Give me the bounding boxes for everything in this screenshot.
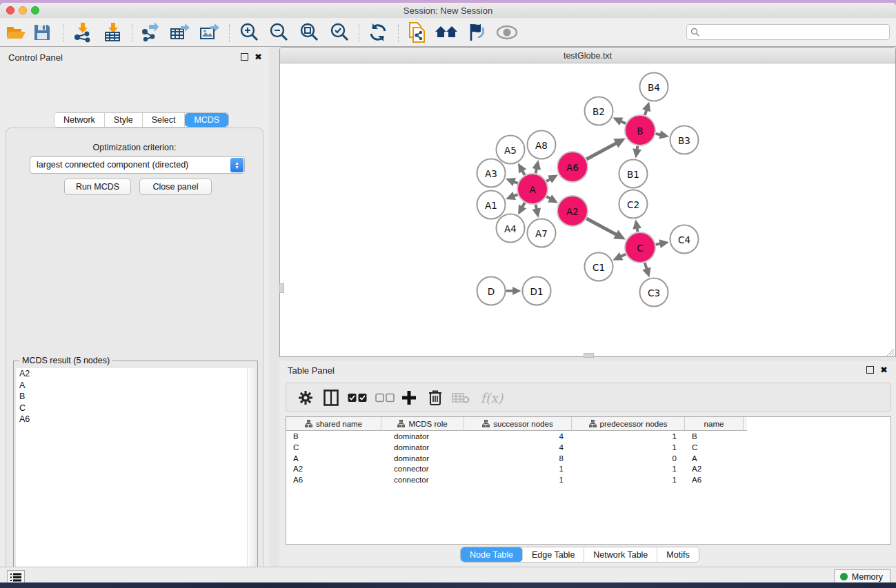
column-header-shared-name[interactable]: shared name bbox=[286, 417, 381, 430]
save-session-icon[interactable] bbox=[30, 22, 54, 43]
tab-motifs[interactable]: Motifs bbox=[657, 547, 698, 562]
optimization-criterion-label: Optimization criterion: bbox=[6, 143, 263, 152]
close-panel-button[interactable]: Close panel bbox=[139, 179, 212, 195]
result-scrollbar[interactable] bbox=[247, 368, 255, 582]
export-network-icon[interactable] bbox=[138, 22, 161, 43]
table-row[interactable]: Bdominator41B bbox=[286, 432, 890, 443]
task-history-button[interactable] bbox=[7, 570, 25, 582]
tab-node-table[interactable]: Node Table bbox=[461, 547, 523, 562]
delete-column-icon[interactable] bbox=[425, 387, 446, 408]
table-row[interactable]: Cdominator41C bbox=[286, 443, 890, 454]
criterion-select[interactable]: largest connected component (directed) ▲… bbox=[30, 156, 245, 174]
close-table-panel-icon[interactable]: ✖ bbox=[880, 366, 888, 374]
zoom-in-icon[interactable] bbox=[237, 22, 261, 43]
column-selector-icon[interactable] bbox=[321, 387, 341, 408]
run-mcds-button[interactable]: Run MCDS bbox=[64, 179, 131, 195]
main-window: Session: New Session bbox=[0, 3, 896, 582]
table-cell: 8 bbox=[464, 454, 572, 465]
network-graph[interactable]: AA1A2A3A4A5A6A7A8BB1B2B3B4CC1C2C3C4DD1 bbox=[281, 64, 895, 356]
first-neighbors-icon[interactable] bbox=[435, 22, 458, 43]
close-panel-icon[interactable]: ✖ bbox=[255, 53, 262, 61]
select-all-icon[interactable] bbox=[347, 387, 368, 408]
column-label: predecessor nodes bbox=[600, 420, 668, 428]
result-item[interactable]: A2 bbox=[16, 368, 247, 380]
mcds-panel: Optimization criterion: largest connecte… bbox=[6, 128, 263, 582]
result-item[interactable]: C bbox=[16, 403, 247, 414]
canvas-left-scroll-nub[interactable] bbox=[279, 283, 284, 293]
node-label-A7: A7 bbox=[535, 228, 548, 239]
arrowhead-icon bbox=[642, 101, 650, 112]
tab-network[interactable]: Network bbox=[54, 113, 105, 127]
tab-style[interactable]: Style bbox=[105, 113, 143, 127]
float-panel-icon[interactable] bbox=[241, 53, 248, 61]
node-label-A4: A4 bbox=[504, 223, 517, 234]
export-image-icon[interactable] bbox=[197, 22, 221, 43]
table-cell: 1 bbox=[464, 464, 572, 475]
tab-network-table[interactable]: Network Table bbox=[584, 547, 657, 562]
arrowhead-icon bbox=[633, 219, 641, 229]
show-graphics-icon[interactable] bbox=[495, 22, 519, 43]
search-input[interactable] bbox=[686, 24, 890, 40]
toolbar-separator bbox=[132, 24, 132, 42]
import-table-icon[interactable] bbox=[101, 22, 125, 43]
table-row[interactable]: A6connector11A6 bbox=[286, 475, 890, 486]
search-icon bbox=[690, 28, 700, 37]
result-item[interactable]: A bbox=[16, 380, 247, 392]
memory-button[interactable]: Memory bbox=[834, 569, 890, 582]
float-table-panel-icon[interactable] bbox=[866, 366, 874, 374]
application: Session: New Session bbox=[0, 0, 896, 588]
table-cell: A6 bbox=[286, 475, 381, 486]
table-cell: 4 bbox=[464, 443, 572, 454]
zoom-fit-icon[interactable] bbox=[297, 22, 321, 43]
result-item[interactable]: A6 bbox=[16, 414, 247, 425]
deselect-all-icon[interactable] bbox=[375, 387, 395, 408]
network-titlebar: testGlobe.txt bbox=[280, 48, 895, 63]
export-table-icon[interactable] bbox=[168, 22, 191, 43]
open-session-icon[interactable] bbox=[4, 22, 28, 43]
arrowhead-icon bbox=[659, 130, 669, 139]
new-network-from-selection-icon[interactable] bbox=[406, 22, 429, 43]
tab-select[interactable]: Select bbox=[143, 113, 186, 127]
table-row[interactable]: A2connector11A2 bbox=[286, 464, 890, 475]
node-label-A6: A6 bbox=[566, 162, 579, 173]
table-row[interactable]: Adominator80A bbox=[286, 454, 890, 465]
status-bar: Memory bbox=[0, 567, 896, 582]
column-label: name bbox=[704, 420, 724, 428]
node-label-B4: B4 bbox=[648, 82, 660, 93]
column-label: successor nodes bbox=[493, 420, 552, 428]
column-header-name[interactable]: name bbox=[685, 417, 744, 430]
window-resize-grip[interactable] bbox=[886, 347, 895, 356]
add-column-icon[interactable] bbox=[399, 387, 419, 408]
column-label: shared name bbox=[316, 420, 362, 428]
vertical-splitter[interactable] bbox=[269, 47, 279, 567]
arrowhead-icon bbox=[659, 239, 669, 248]
memory-label: Memory bbox=[852, 572, 883, 582]
node-label-B2: B2 bbox=[593, 106, 605, 117]
import-network-icon[interactable] bbox=[71, 22, 94, 43]
node-label-A8: A8 bbox=[535, 140, 548, 151]
hide-details-icon[interactable] bbox=[464, 22, 488, 43]
edge-A6-B[interactable] bbox=[586, 143, 617, 159]
table-cell: 1 bbox=[572, 475, 685, 486]
apply-layout-icon[interactable] bbox=[366, 22, 390, 43]
canvas-bottom-scroll-nub[interactable] bbox=[584, 353, 594, 358]
tab-edge-table[interactable]: Edge Table bbox=[523, 547, 584, 562]
control-panel-title: Control Panel bbox=[8, 52, 63, 63]
node-table[interactable]: shared nameMCDS rolesuccessor nodesprede… bbox=[286, 416, 891, 545]
mcds-result-list[interactable]: A2ABCA6 bbox=[16, 368, 247, 582]
result-item[interactable]: B bbox=[16, 391, 247, 403]
column-header-predecessor-nodes[interactable]: predecessor nodes bbox=[572, 417, 685, 430]
shared-column-icon bbox=[397, 420, 405, 427]
column-header-MCDS-role[interactable]: MCDS role bbox=[381, 417, 464, 430]
mcds-result-box: MCDS result (5 nodes) A2ABCA6 bbox=[13, 361, 258, 582]
edge-A2-C[interactable] bbox=[586, 219, 617, 235]
arrowhead-icon bbox=[532, 207, 541, 218]
column-header-successor-nodes[interactable]: successor nodes bbox=[464, 417, 572, 430]
zoom-selected-icon[interactable] bbox=[328, 22, 351, 43]
network-canvas[interactable]: AA1A2A3A4A5A6A7A8BB1B2B3B4CC1C2C3C4DD1 bbox=[281, 64, 895, 356]
tab-mcds[interactable]: MCDS bbox=[185, 113, 228, 127]
settings-gear-icon[interactable] bbox=[295, 387, 316, 408]
zoom-out-icon[interactable] bbox=[267, 22, 290, 43]
node-label-C2: C2 bbox=[627, 199, 639, 210]
table-cell: connector bbox=[381, 475, 464, 486]
